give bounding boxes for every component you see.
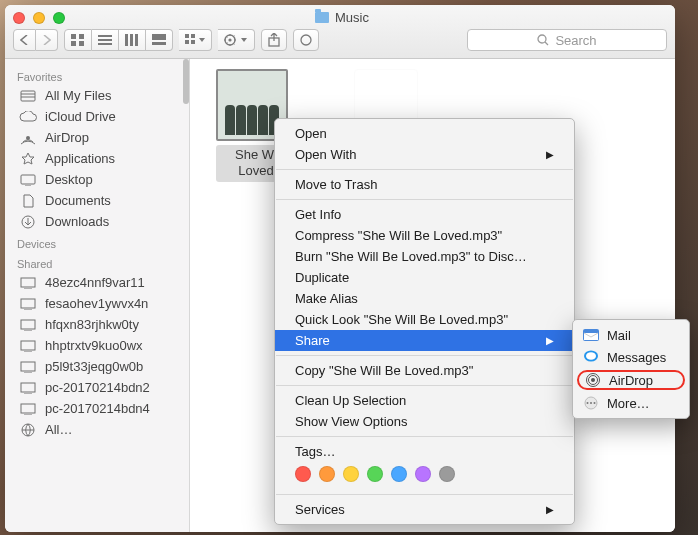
svg-rect-3 (79, 41, 84, 46)
view-switcher (64, 29, 173, 51)
search-icon (537, 34, 549, 46)
svg-rect-5 (98, 39, 112, 41)
view-list[interactable] (92, 29, 119, 51)
sidebar-item-desktop[interactable]: Desktop (5, 169, 189, 190)
nav-buttons (13, 29, 58, 51)
minimize-window[interactable] (33, 12, 45, 24)
tag-color[interactable] (439, 466, 455, 482)
sidebar-item-shared[interactable]: p5l9t33jeqg0w0b (5, 356, 189, 377)
window-title-text: Music (335, 10, 369, 25)
desktop-icon (19, 173, 37, 187)
share-messages[interactable]: Messages (573, 346, 689, 368)
menu-share[interactable]: Share▶ (275, 330, 574, 351)
menu-getinfo[interactable]: Get Info (275, 204, 574, 225)
scrollbar[interactable] (183, 59, 189, 104)
sidebar-item-airdrop[interactable]: AirDrop (5, 127, 189, 148)
sidebar-item-shared[interactable]: hhptrxtv9kuo0wx (5, 335, 189, 356)
cloud-icon (19, 110, 37, 124)
shared-header: Shared (5, 252, 189, 272)
view-icons[interactable] (64, 29, 92, 51)
svg-rect-2 (71, 41, 76, 46)
computer-icon (19, 360, 37, 374)
svg-rect-28 (21, 341, 35, 350)
sidebar-item-label: hhptrxtv9kuo0wx (45, 338, 143, 353)
view-columns[interactable] (119, 29, 146, 51)
close-window[interactable] (13, 12, 25, 24)
sidebar-item-shared[interactable]: pc-20170214bdn4 (5, 398, 189, 419)
globe-icon (19, 423, 37, 437)
action-menu[interactable] (218, 29, 255, 51)
svg-point-41 (587, 402, 589, 404)
tag-color[interactable] (343, 466, 359, 482)
menu-duplicate[interactable]: Duplicate (275, 267, 574, 288)
view-coverflow[interactable] (146, 29, 173, 51)
tag-color[interactable] (391, 466, 407, 482)
menu-quicklook[interactable]: Quick Look "She Will Be Loved.mp3" (275, 309, 574, 330)
tags-button[interactable] (293, 29, 319, 51)
menu-open-with[interactable]: Open With▶ (275, 144, 574, 165)
sidebar-item-applications[interactable]: Applications (5, 148, 189, 169)
share-button[interactable] (261, 29, 287, 51)
more-icon (583, 395, 599, 411)
share-airdrop[interactable]: AirDrop (577, 370, 685, 390)
svg-rect-23 (21, 175, 35, 184)
sidebar-item-shared[interactable]: 48ezc4nnf9var11 (5, 272, 189, 293)
tag-colors (275, 462, 574, 490)
back-button[interactable] (13, 29, 36, 51)
computer-icon (19, 339, 37, 353)
svg-point-36 (586, 352, 596, 360)
sidebar-item-documents[interactable]: Documents (5, 190, 189, 211)
menu-copy[interactable]: Copy "She Will Be Loved.mp3" (275, 360, 574, 381)
forward-button[interactable] (36, 29, 58, 51)
sidebar-item-shared[interactable]: fesaohev1ywvx4n (5, 293, 189, 314)
tag-color[interactable] (295, 466, 311, 482)
allmyfiles-icon (19, 89, 37, 103)
share-label: Messages (607, 350, 666, 365)
menu-separator (276, 355, 573, 356)
sidebar-item-shared[interactable]: pc-20170214bdn2 (5, 377, 189, 398)
sidebar-item-all[interactable]: All… (5, 419, 189, 440)
messages-icon (583, 349, 599, 365)
menu-separator (276, 436, 573, 437)
search-field[interactable]: Search (467, 29, 667, 51)
svg-point-19 (301, 35, 311, 45)
sidebar-item-label: iCloud Drive (45, 109, 116, 124)
sidebar-item-label: Downloads (45, 214, 109, 229)
menu-alias[interactable]: Make Alias (275, 288, 574, 309)
sidebar-item-label: Applications (45, 151, 115, 166)
airdrop-icon (585, 372, 601, 388)
menu-burn[interactable]: Burn "She Will Be Loved.mp3" to Disc… (275, 246, 574, 267)
menu-tags[interactable]: Tags… (275, 441, 574, 462)
svg-rect-8 (130, 34, 133, 46)
svg-rect-0 (71, 34, 76, 39)
arrange-menu[interactable] (179, 29, 212, 51)
tag-color[interactable] (367, 466, 383, 482)
svg-point-42 (590, 402, 592, 404)
menu-cleanup[interactable]: Clean Up Selection (275, 390, 574, 411)
svg-point-43 (594, 402, 596, 404)
menu-separator (276, 494, 573, 495)
menu-viewopts[interactable]: Show View Options (275, 411, 574, 432)
share-mail[interactable]: Mail (573, 324, 689, 346)
sidebar-item-icloud[interactable]: iCloud Drive (5, 106, 189, 127)
menu-services[interactable]: Services▶ (275, 499, 574, 520)
sidebar-item-shared[interactable]: hfqxn83rjhkw0ty (5, 314, 189, 335)
share-submenu: Mail Messages AirDrop More… (572, 319, 690, 419)
sidebar-item-allmyfiles[interactable]: All My Files (5, 85, 189, 106)
sidebar-item-label: hfqxn83rjhkw0ty (45, 317, 139, 332)
sidebar-item-downloads[interactable]: Downloads (5, 211, 189, 232)
sidebar-item-label: All… (45, 422, 72, 437)
sidebar-item-label: p5l9t33jeqg0w0b (45, 359, 143, 374)
menu-compress[interactable]: Compress "She Will Be Loved.mp3" (275, 225, 574, 246)
tag-color[interactable] (319, 466, 335, 482)
menu-open[interactable]: Open (275, 123, 574, 144)
svg-rect-26 (21, 299, 35, 308)
share-label: AirDrop (609, 373, 653, 388)
tag-color[interactable] (415, 466, 431, 482)
svg-rect-29 (21, 362, 35, 371)
folder-icon (315, 12, 329, 23)
menu-trash[interactable]: Move to Trash (275, 174, 574, 195)
zoom-window[interactable] (53, 12, 65, 24)
share-more[interactable]: More… (573, 392, 689, 414)
computer-icon (19, 276, 37, 290)
